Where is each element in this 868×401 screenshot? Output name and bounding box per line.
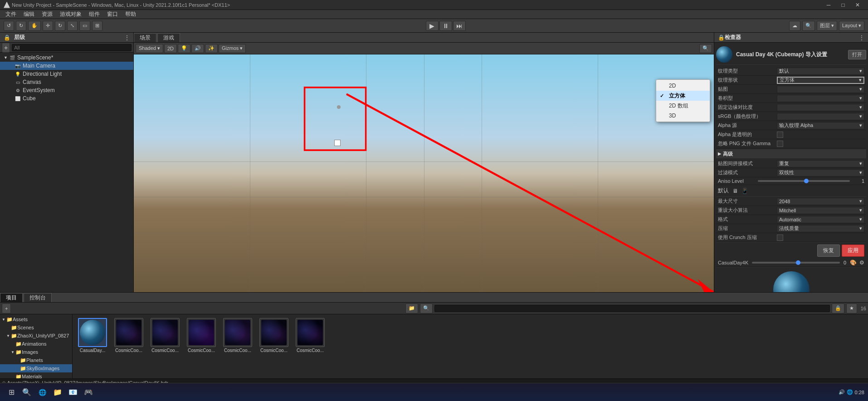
revert-button[interactable]: 恢复 <box>817 245 840 257</box>
layers-dropdown[interactable]: 图层 ▾ <box>817 21 837 31</box>
tree-planets[interactable]: 📁 Planets <box>0 356 72 364</box>
tool-rotate[interactable]: ↻ <box>55 21 65 31</box>
texture-type-select[interactable]: 默认 ▾ <box>777 68 864 75</box>
asset-item-casualday[interactable]: CasualDay... <box>76 318 109 353</box>
close-button[interactable]: ✕ <box>851 0 864 10</box>
asset-item-cosmic5[interactable]: CosmicCoo... <box>258 318 290 353</box>
hierarchy-search-input[interactable] <box>12 44 132 51</box>
project-lock-icon[interactable]: 🔒 <box>832 303 844 313</box>
alpha-source-select[interactable]: 输入纹理 Alpha ▾ <box>777 122 864 129</box>
menu-assets[interactable]: 资源 <box>38 10 56 18</box>
tree-animations[interactable]: 📁 Animations <box>0 340 72 348</box>
compression-select[interactable]: 法线质量 ▾ <box>777 225 864 232</box>
asset-item-cosmic1[interactable]: CosmicCoo... <box>112 318 145 353</box>
texture-shape-select[interactable]: 立方体 ▾ <box>777 77 864 84</box>
advanced-section[interactable]: ▶ 高级 <box>716 149 866 158</box>
wrap-mode-select[interactable]: 重复 ▾ <box>777 160 864 167</box>
search-button[interactable]: 🔍 <box>802 21 815 31</box>
tool-hand[interactable]: ✋ <box>28 21 41 31</box>
audio-button[interactable]: 🔊 <box>191 44 204 53</box>
menu-window[interactable]: 窗口 <box>103 10 122 18</box>
search-taskbar-button[interactable]: 🔍 <box>19 385 34 400</box>
hierarchy-item-cube[interactable]: ⬜ Cube <box>0 94 133 103</box>
2d-button[interactable]: 2D <box>164 44 177 53</box>
menu-edit[interactable]: 编辑 <box>20 10 38 18</box>
hierarchy-more-icon[interactable]: ⋮ <box>124 34 130 41</box>
open-button[interactable]: 打开 <box>848 50 866 59</box>
asset-item-cosmic4[interactable]: CosmicCoo... <box>221 318 254 353</box>
shading-dropdown[interactable]: Shaded ▾ <box>136 44 163 53</box>
maximize-button[interactable]: □ <box>836 0 850 10</box>
alpha-transparent-checkbox[interactable] <box>777 132 783 138</box>
dd-item-3d[interactable]: 3D <box>656 111 710 121</box>
hierarchy-item-eventsystem[interactable]: ⚙ EventSystem <box>0 86 133 94</box>
hierarchy-item-dirlight[interactable]: 💡 Directional Light <box>0 70 133 78</box>
tab-project[interactable]: 项目 <box>0 293 23 302</box>
asset-item-cosmic6[interactable]: CosmicCoo... <box>294 318 327 353</box>
menu-file[interactable]: 文件 <box>2 10 20 18</box>
step-button[interactable]: ⏭ <box>453 21 466 31</box>
minimize-button[interactable]: ─ <box>822 0 835 10</box>
wrap-select[interactable]: ▾ <box>777 95 864 102</box>
taskbar-app1[interactable]: 📧 <box>65 385 81 400</box>
tree-zhaoxivip[interactable]: ▼ 📁 ZhaoXi_UnityVIP_0827 <box>0 332 72 340</box>
undo-button[interactable]: ↺ <box>4 21 14 31</box>
tree-images[interactable]: ▼ 📁 Images <box>0 348 72 356</box>
menu-gameobject[interactable]: 游戏对象 <box>56 10 85 18</box>
tree-scenes[interactable]: 📁 Scenes <box>0 323 72 332</box>
pause-button[interactable]: ⏸ <box>439 21 452 31</box>
layout-dropdown[interactable]: Layout ▾ <box>839 21 864 31</box>
ignore-png-checkbox[interactable] <box>777 141 783 147</box>
tab-console[interactable]: 控制台 <box>24 293 52 302</box>
aniso-slider[interactable] <box>758 180 850 182</box>
project-folder-icon[interactable]: 📁 <box>405 303 418 313</box>
hierarchy-item-canvas[interactable]: ▭ Canvas <box>0 78 133 86</box>
preview-settings-icon[interactable]: ⚙ <box>859 259 864 266</box>
effects-button[interactable]: ✨ <box>205 44 218 53</box>
taskbar-explorer[interactable]: 📁 <box>50 385 65 400</box>
taskbar-app2[interactable]: 🎮 <box>81 385 96 400</box>
tree-assets[interactable]: ▼ 📁 Assets <box>0 315 72 323</box>
taskbar-edge[interactable]: 🌐 <box>34 385 50 400</box>
filter-mode-select[interactable]: 双线性 ▾ <box>777 169 864 176</box>
hierarchy-item-maincamera[interactable]: 📷 Main Camera <box>0 62 133 70</box>
asset-item-cosmic2[interactable]: CosmicCoo... <box>149 318 181 353</box>
max-size-select[interactable]: 2048 ▾ <box>777 198 864 205</box>
project-add-button[interactable]: + <box>2 303 11 313</box>
project-search-icon[interactable]: 🔍 <box>420 303 433 313</box>
tab-scene[interactable]: 场景 <box>134 33 156 42</box>
apply-button[interactable]: 应用 <box>842 245 864 257</box>
mapping-select[interactable]: ▾ <box>777 86 864 93</box>
search-scene-input[interactable]: 🔍 <box>699 44 712 53</box>
tool-scale[interactable]: ⤡ <box>67 21 78 31</box>
start-button[interactable]: ⊞ <box>4 385 19 400</box>
menu-help[interactable]: 帮助 <box>122 10 140 18</box>
crunch-checkbox[interactable] <box>777 235 783 241</box>
tree-materials[interactable]: 📁 Materials <box>0 372 72 378</box>
scene-viewport[interactable] <box>134 54 714 292</box>
play-button[interactable]: ▶ <box>426 21 439 31</box>
dd-item-2darray[interactable]: 2D 数组 <box>656 101 710 111</box>
hierarchy-add-button[interactable]: + <box>2 43 10 53</box>
tab-game[interactable]: 游戏 <box>157 33 180 42</box>
asset-item-cosmic3[interactable]: CosmicCoo... <box>185 318 218 353</box>
gizmos-dropdown[interactable]: Gizmos ▾ <box>219 44 246 53</box>
project-star-icon[interactable]: ★ <box>846 303 857 313</box>
tool-rect[interactable]: ▭ <box>79 21 90 31</box>
preview-slider[interactable] <box>752 262 840 264</box>
lighting-button[interactable]: 💡 <box>178 44 190 53</box>
inspector-more-icon[interactable]: ⋮ <box>859 34 864 41</box>
srgb-select[interactable]: ▾ <box>777 113 864 120</box>
hierarchy-scene-root[interactable]: ▼ 🎬 SampleScene* <box>0 54 133 62</box>
menu-component[interactable]: 组件 <box>85 10 103 18</box>
tool-transform[interactable]: ⊞ <box>92 21 102 31</box>
dd-item-cubemap[interactable]: ✓ 立方体 <box>656 91 710 101</box>
tree-skyboximages[interactable]: 📁 SkyBoxImages <box>0 364 72 372</box>
format-select[interactable]: Automatic ▾ <box>777 216 864 223</box>
dd-item-2d[interactable]: 2D <box>656 81 710 91</box>
resize-algo-select[interactable]: Mitchell ▾ <box>777 207 864 214</box>
redo-button[interactable]: ↻ <box>16 21 26 31</box>
cloud-button[interactable]: ☁ <box>789 21 800 31</box>
fixed-border-select[interactable]: ▾ <box>777 104 864 111</box>
tool-move[interactable]: ✛ <box>43 21 53 31</box>
